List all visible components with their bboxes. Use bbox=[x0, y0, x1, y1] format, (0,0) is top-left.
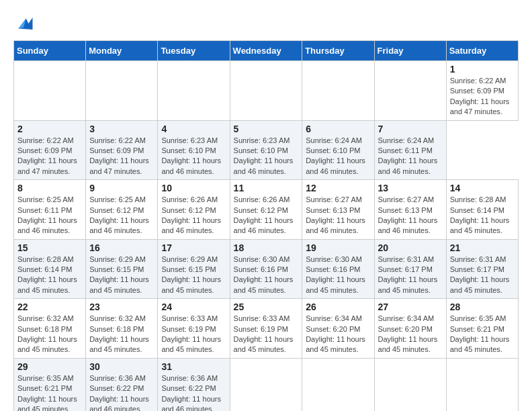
calendar-table: SundayMondayTuesdayWednesdayThursdayFrid… bbox=[13, 40, 519, 411]
day-cell-23: 23Sunrise: 6:32 AMSunset: 6:18 PMDayligh… bbox=[86, 299, 158, 359]
empty-cell bbox=[302, 61, 374, 121]
day-number: 16 bbox=[89, 242, 154, 253]
day-cell-15: 15Sunrise: 6:28 AMSunset: 6:14 PMDayligh… bbox=[14, 239, 86, 299]
day-detail: Sunrise: 6:24 AMSunset: 6:10 PMDaylight:… bbox=[306, 136, 370, 177]
day-cell-1: 1Sunrise: 6:22 AMSunset: 6:09 PMDaylight… bbox=[446, 61, 518, 121]
day-detail: Sunrise: 6:29 AMSunset: 6:15 PMDaylight:… bbox=[161, 255, 226, 296]
day-cell-9: 9Sunrise: 6:25 AMSunset: 6:12 PMDaylight… bbox=[86, 180, 158, 240]
empty-cell bbox=[374, 358, 446, 411]
day-detail: Sunrise: 6:29 AMSunset: 6:15 PMDaylight:… bbox=[89, 255, 154, 296]
day-cell-10: 10Sunrise: 6:26 AMSunset: 6:12 PMDayligh… bbox=[158, 180, 230, 240]
day-cell-8: 8Sunrise: 6:25 AMSunset: 6:11 PMDaylight… bbox=[14, 180, 86, 240]
empty-cell bbox=[230, 61, 302, 121]
day-number: 17 bbox=[161, 242, 226, 253]
logo bbox=[13, 13, 36, 34]
day-number: 24 bbox=[161, 302, 226, 312]
day-cell-6: 6Sunrise: 6:24 AMSunset: 6:10 PMDaylight… bbox=[302, 120, 374, 180]
day-number: 14 bbox=[450, 183, 515, 193]
day-cell-20: 20Sunrise: 6:31 AMSunset: 6:17 PMDayligh… bbox=[374, 239, 446, 299]
calendar-week-6: 29Sunrise: 6:35 AMSunset: 6:21 PMDayligh… bbox=[14, 358, 519, 411]
day-detail: Sunrise: 6:25 AMSunset: 6:11 PMDaylight:… bbox=[17, 195, 82, 236]
empty-cell bbox=[86, 61, 158, 121]
empty-cell bbox=[374, 61, 446, 121]
day-cell-29: 29Sunrise: 6:35 AMSunset: 6:21 PMDayligh… bbox=[14, 358, 86, 411]
day-detail: Sunrise: 6:26 AMSunset: 6:12 PMDaylight:… bbox=[161, 195, 226, 236]
day-number: 28 bbox=[450, 302, 515, 312]
day-detail: Sunrise: 6:33 AMSunset: 6:19 PMDaylight:… bbox=[161, 314, 226, 355]
day-number: 21 bbox=[450, 242, 515, 253]
day-number: 27 bbox=[378, 302, 443, 312]
day-number: 29 bbox=[17, 361, 82, 372]
day-detail: Sunrise: 6:35 AMSunset: 6:21 PMDaylight:… bbox=[17, 373, 82, 411]
empty-cell bbox=[446, 358, 518, 411]
day-number: 1 bbox=[450, 64, 515, 75]
day-detail: Sunrise: 6:22 AMSunset: 6:09 PMDaylight:… bbox=[450, 76, 515, 118]
day-detail: Sunrise: 6:36 AMSunset: 6:22 PMDaylight:… bbox=[89, 373, 154, 411]
day-detail: Sunrise: 6:36 AMSunset: 6:22 PMDaylight:… bbox=[161, 373, 226, 411]
day-number: 18 bbox=[234, 242, 299, 253]
day-detail: Sunrise: 6:28 AMSunset: 6:14 PMDaylight:… bbox=[450, 195, 515, 236]
logo-icon bbox=[13, 13, 34, 34]
day-detail: Sunrise: 6:30 AMSunset: 6:16 PMDaylight:… bbox=[234, 255, 299, 296]
day-cell-17: 17Sunrise: 6:29 AMSunset: 6:15 PMDayligh… bbox=[158, 239, 230, 299]
day-cell-5: 5Sunrise: 6:23 AMSunset: 6:10 PMDaylight… bbox=[230, 120, 302, 180]
day-header-saturday: Saturday bbox=[446, 41, 518, 61]
day-number: 31 bbox=[161, 361, 226, 372]
day-cell-30: 30Sunrise: 6:36 AMSunset: 6:22 PMDayligh… bbox=[86, 358, 158, 411]
day-detail: Sunrise: 6:27 AMSunset: 6:13 PMDaylight:… bbox=[378, 195, 443, 236]
day-cell-24: 24Sunrise: 6:33 AMSunset: 6:19 PMDayligh… bbox=[158, 299, 230, 359]
day-cell-28: 28Sunrise: 6:35 AMSunset: 6:21 PMDayligh… bbox=[446, 299, 518, 359]
day-header-sunday: Sunday bbox=[14, 41, 86, 61]
day-cell-31: 31Sunrise: 6:36 AMSunset: 6:22 PMDayligh… bbox=[158, 358, 230, 411]
day-cell-16: 16Sunrise: 6:29 AMSunset: 6:15 PMDayligh… bbox=[86, 239, 158, 299]
day-header-monday: Monday bbox=[86, 41, 158, 61]
day-number: 26 bbox=[306, 302, 370, 312]
day-number: 25 bbox=[234, 302, 299, 312]
day-number: 20 bbox=[378, 242, 443, 253]
day-number: 10 bbox=[161, 183, 226, 193]
calendar-week-2: 2Sunrise: 6:22 AMSunset: 6:09 PMDaylight… bbox=[14, 120, 519, 180]
day-cell-27: 27Sunrise: 6:34 AMSunset: 6:20 PMDayligh… bbox=[374, 299, 446, 359]
day-header-thursday: Thursday bbox=[302, 41, 374, 61]
day-number: 19 bbox=[306, 242, 370, 253]
day-number: 12 bbox=[306, 183, 370, 193]
day-number: 23 bbox=[89, 302, 154, 312]
day-header-wednesday: Wednesday bbox=[230, 41, 302, 61]
day-detail: Sunrise: 6:23 AMSunset: 6:10 PMDaylight:… bbox=[161, 136, 226, 177]
day-cell-19: 19Sunrise: 6:30 AMSunset: 6:16 PMDayligh… bbox=[302, 239, 374, 299]
day-number: 30 bbox=[89, 361, 154, 372]
day-number: 13 bbox=[378, 183, 443, 193]
day-cell-7: 7Sunrise: 6:24 AMSunset: 6:11 PMDaylight… bbox=[374, 120, 446, 180]
day-detail: Sunrise: 6:23 AMSunset: 6:10 PMDaylight:… bbox=[234, 136, 299, 177]
day-number: 22 bbox=[17, 302, 82, 312]
day-cell-4: 4Sunrise: 6:23 AMSunset: 6:10 PMDaylight… bbox=[158, 120, 230, 180]
day-detail: Sunrise: 6:30 AMSunset: 6:16 PMDaylight:… bbox=[306, 255, 370, 296]
day-detail: Sunrise: 6:24 AMSunset: 6:11 PMDaylight:… bbox=[378, 136, 443, 177]
day-number: 4 bbox=[161, 124, 226, 134]
day-number: 11 bbox=[234, 183, 299, 193]
day-detail: Sunrise: 6:32 AMSunset: 6:18 PMDaylight:… bbox=[89, 314, 154, 355]
empty-cell bbox=[302, 358, 374, 411]
day-detail: Sunrise: 6:33 AMSunset: 6:19 PMDaylight:… bbox=[234, 314, 299, 355]
day-detail: Sunrise: 6:31 AMSunset: 6:17 PMDaylight:… bbox=[378, 255, 443, 296]
day-cell-26: 26Sunrise: 6:34 AMSunset: 6:20 PMDayligh… bbox=[302, 299, 374, 359]
calendar-week-1: 1Sunrise: 6:22 AMSunset: 6:09 PMDaylight… bbox=[14, 61, 519, 121]
day-number: 7 bbox=[378, 124, 443, 134]
day-detail: Sunrise: 6:22 AMSunset: 6:09 PMDaylight:… bbox=[17, 136, 82, 177]
day-detail: Sunrise: 6:22 AMSunset: 6:09 PMDaylight:… bbox=[89, 136, 154, 177]
day-cell-2: 2Sunrise: 6:22 AMSunset: 6:09 PMDaylight… bbox=[14, 120, 86, 180]
day-cell-25: 25Sunrise: 6:33 AMSunset: 6:19 PMDayligh… bbox=[230, 299, 302, 359]
day-number: 15 bbox=[17, 242, 82, 253]
day-header-friday: Friday bbox=[374, 41, 446, 61]
day-cell-11: 11Sunrise: 6:26 AMSunset: 6:12 PMDayligh… bbox=[230, 180, 302, 240]
day-number: 9 bbox=[89, 183, 154, 193]
day-detail: Sunrise: 6:27 AMSunset: 6:13 PMDaylight:… bbox=[306, 195, 370, 236]
day-detail: Sunrise: 6:31 AMSunset: 6:17 PMDaylight:… bbox=[450, 255, 515, 296]
day-number: 5 bbox=[234, 124, 299, 134]
empty-cell bbox=[158, 61, 230, 121]
day-detail: Sunrise: 6:25 AMSunset: 6:12 PMDaylight:… bbox=[89, 195, 154, 236]
empty-cell bbox=[14, 61, 86, 121]
day-detail: Sunrise: 6:34 AMSunset: 6:20 PMDaylight:… bbox=[378, 314, 443, 355]
day-detail: Sunrise: 6:34 AMSunset: 6:20 PMDaylight:… bbox=[306, 314, 370, 355]
day-number: 3 bbox=[89, 124, 154, 134]
